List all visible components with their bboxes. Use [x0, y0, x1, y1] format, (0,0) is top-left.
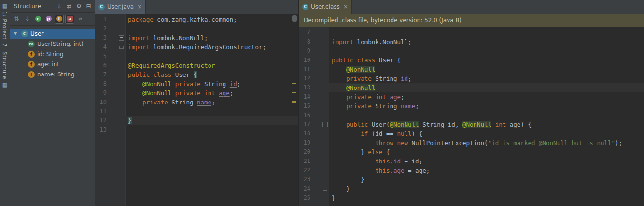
code-line[interactable]: 12}	[95, 116, 298, 125]
code-line[interactable]: 2	[95, 24, 298, 33]
code-line[interactable]: 12 private String id;	[299, 74, 644, 83]
code-line[interactable]: 19 throw new NullPointerException("id is…	[299, 138, 644, 147]
code-line[interactable]: 13 @NonNull	[299, 83, 644, 92]
show-anonymous-icon[interactable]: a	[65, 15, 74, 24]
code-line[interactable]: 5	[95, 52, 298, 61]
gutter[interactable]: 5	[95, 52, 125, 61]
tree-node-id[interactable]: fid: String	[10, 49, 95, 59]
tree-node-user[interactable]: mUser(String, int)	[10, 39, 95, 49]
fold-collapse-icon[interactable]	[322, 122, 328, 127]
gutter[interactable]: 18	[299, 129, 329, 138]
more-icon[interactable]: »	[76, 15, 85, 24]
fold-marker[interactable]	[322, 188, 329, 191]
view-options-icon[interactable]: ⇩	[55, 1, 64, 11]
gutter[interactable]: 11	[95, 107, 125, 116]
fold-end-icon[interactable]	[119, 46, 124, 49]
gutter[interactable]: 11	[299, 65, 329, 74]
tool-button-project[interactable]: ▦1: Project	[2, 1, 8, 42]
code-line[interactable]: 13	[95, 125, 298, 134]
gutter[interactable]: 17	[299, 120, 329, 129]
gutter[interactable]: 7	[95, 70, 125, 79]
code-line[interactable]: 11 @NonNull	[299, 65, 644, 74]
gutter[interactable]: 9	[299, 46, 329, 56]
right-code-area[interactable]: 78import lombok.NonNull;910public class …	[299, 27, 644, 206]
code-line[interactable]: 8import lombok.NonNull;	[299, 37, 644, 46]
code-line[interactable]: 7	[299, 28, 644, 37]
code-line[interactable]: 20 } else {	[299, 147, 644, 157]
code-line[interactable]: 10 private String name;	[95, 98, 298, 107]
gutter[interactable]: 15	[299, 102, 329, 111]
gutter[interactable]: 6	[95, 61, 125, 70]
gear-icon[interactable]: ⚙	[74, 1, 84, 11]
tree-node-age[interactable]: fage: int	[10, 59, 95, 69]
gutter[interactable]: 14	[299, 92, 329, 102]
tab-user-java[interactable]: C User.java ×	[95, 0, 146, 14]
show-properties-icon[interactable]: p	[44, 15, 53, 24]
gutter[interactable]: 13	[95, 125, 125, 134]
code-line[interactable]: 7public class User {	[95, 70, 298, 79]
fold-end-icon[interactable]	[323, 188, 327, 191]
code-line[interactable]: 11	[95, 107, 298, 116]
gutter[interactable]: 1	[95, 15, 125, 24]
gutter[interactable]: 10	[95, 98, 125, 107]
gutter[interactable]: 13	[299, 83, 329, 92]
close-icon[interactable]: ×	[343, 3, 348, 10]
code-line[interactable]: 22 this.age = age;	[299, 166, 644, 175]
fold-marker[interactable]	[322, 178, 329, 181]
code-line[interactable]: 9	[299, 46, 644, 56]
code-line[interactable]: 6@RequiredArgsConstructor	[95, 61, 298, 70]
fold-end-icon[interactable]	[323, 178, 327, 181]
close-icon[interactable]: ×	[137, 3, 142, 10]
tab-user-class[interactable]: C User.class ×	[299, 0, 352, 14]
code-line[interactable]: 3import lombok.NonNull;	[95, 33, 298, 43]
show-fields-icon[interactable]: f	[55, 15, 64, 24]
gutter[interactable]: 25	[299, 193, 329, 203]
code-line[interactable]: 14 private int age;	[299, 92, 644, 102]
code-line[interactable]: 16	[299, 111, 644, 120]
code-line[interactable]: 21 this.id = id;	[299, 157, 644, 166]
fold-marker[interactable]	[322, 122, 329, 127]
code-line[interactable]: 25}	[299, 193, 644, 203]
fold-marker[interactable]	[118, 46, 125, 49]
gutter[interactable]: 3	[95, 33, 125, 43]
hide-panel-icon[interactable]: ⊟	[84, 1, 93, 11]
gutter[interactable]: 24	[299, 184, 329, 193]
gutter[interactable]: 8	[95, 79, 125, 88]
code-line[interactable]: 4import lombok.RequiredArgsConstructor;	[95, 43, 298, 52]
gutter[interactable]: 19	[299, 138, 329, 147]
gutter[interactable]: 23	[299, 175, 329, 184]
code-line[interactable]: 10public class User {	[299, 56, 644, 65]
fold-collapse-icon[interactable]	[119, 35, 124, 41]
code-line[interactable]: 1package com.zang.kafka.common;	[95, 15, 298, 24]
left-code-area[interactable]: 1package com.zang.kafka.common;23import …	[95, 14, 298, 206]
code-line[interactable]: 23 }	[299, 175, 644, 184]
sort-by-visibility-icon[interactable]: ⇅	[12, 15, 21, 24]
gutter[interactable]: 12	[95, 116, 125, 125]
code-line[interactable]: 15 private String name;	[299, 102, 644, 111]
gutter[interactable]: 10	[299, 56, 329, 65]
code-line[interactable]: 24 }	[299, 184, 644, 193]
gutter[interactable]: 21	[299, 157, 329, 166]
gutter[interactable]: 2	[95, 24, 125, 33]
tree-node-user[interactable]: ▼CUser	[10, 29, 95, 39]
gutter[interactable]: 12	[299, 74, 329, 83]
code-line[interactable]: 8 @NonNull private String id;	[95, 79, 298, 88]
code-line[interactable]: 9 @NonNull private int age;	[95, 88, 298, 98]
gutter[interactable]: 9	[95, 88, 125, 98]
gutter[interactable]: 4	[95, 43, 125, 52]
code-line[interactable]: 17 public User(@NonNull String id, @NonN…	[299, 120, 644, 129]
code-line[interactable]: 18 if (id == null) {	[299, 129, 644, 138]
tool-button-structure[interactable]: 7: Structure▦	[2, 42, 8, 89]
gutter[interactable]: 16	[299, 111, 329, 120]
line-number: 8	[299, 37, 310, 46]
gutter[interactable]: 8	[299, 37, 329, 46]
gutter[interactable]: 7	[299, 28, 329, 37]
gutter[interactable]: 20	[299, 147, 329, 157]
sort-alphabetically-icon[interactable]: ⇓	[23, 15, 32, 24]
chevron-down-icon[interactable]: ▼	[14, 31, 19, 36]
show-inherited-icon[interactable]: c	[33, 15, 42, 24]
fold-marker[interactable]	[118, 35, 125, 41]
gutter[interactable]: 22	[299, 166, 329, 175]
autoscroll-icon[interactable]: ⇄	[65, 1, 74, 11]
tree-node-name[interactable]: fname: String	[10, 69, 95, 79]
